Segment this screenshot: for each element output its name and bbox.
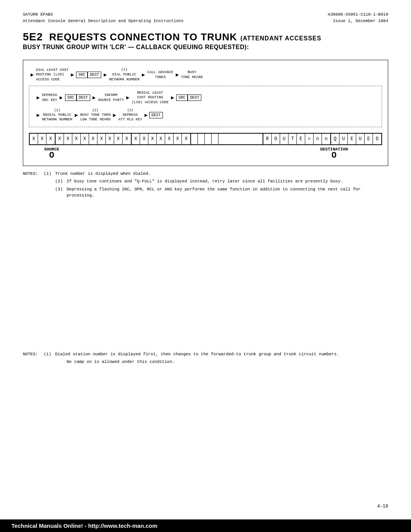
display-cell-e2: E [348, 134, 356, 144]
display-cell-blank [191, 134, 198, 144]
note-text-3: Depressing a flashing INC, OPR, RCL or A… [67, 186, 388, 199]
step-num-1: (1) [121, 68, 127, 72]
display-group-2: X X X X X X X X X [56, 134, 132, 144]
title-section: 5E2 REQUESTS CONNECTION TO TRUNK (ATTEND… [23, 31, 388, 51]
note-text-1: Trunk number is displayed when dialed. [55, 171, 151, 177]
display-cell-n2: n [322, 134, 330, 144]
flow-item-redial-lcr: REDIAL LEASTCOST ROUTING(LCR) ACCESS COD… [132, 91, 169, 105]
display-cell-blank [212, 134, 218, 144]
header-left: SATURN EPABX Attendant Console General D… [23, 11, 183, 24]
display-cell-q: Q [331, 134, 339, 144]
display-cell-d: D [373, 134, 381, 144]
footer-text: Technical Manuals Online! - http://www.t… [11, 522, 157, 529]
display-cell: X [114, 134, 123, 144]
display-cell: X [148, 134, 157, 144]
display-cell-e3: E [365, 134, 373, 144]
src-box-2: SRC [65, 94, 76, 101]
display-cell-ue2: U [356, 134, 365, 144]
display-cell: X [174, 134, 182, 144]
arrow-row2-start: ► [37, 95, 40, 101]
depress-att-label: DEPRESSATT RLS KEY [118, 113, 142, 122]
dest-box-row3: DEST [149, 112, 163, 118]
page-number: 4-19 [377, 504, 388, 509]
display-cell: X [182, 134, 190, 144]
display-cell: X [46, 134, 55, 144]
display-cell: X [72, 134, 81, 144]
header-issue: Issue 1, December 1984 [328, 18, 388, 24]
display-cell-t: T [288, 134, 297, 144]
dest-box-3: DEST [188, 94, 201, 101]
note-num-2: (2) [55, 178, 67, 185]
display-cell-u: U [280, 134, 288, 144]
dial-lcr-label: DIAL LEAST COSTROUTING (LCR)ACCESS CODE [36, 68, 68, 82]
src-box-1: SRC [76, 72, 88, 78]
arrow-row2-3: ► [126, 95, 129, 101]
note-row-1: NOTES: (1) Trunk number is displayed whe… [23, 171, 388, 177]
title-main: REQUESTS CONNECTION TO TRUNK [49, 31, 237, 43]
display-cell-o: O [272, 134, 280, 144]
display-cell-r: R [263, 134, 272, 144]
title-qualifier: (ATTENDANT ACCESSES [241, 35, 322, 42]
note2-text-1: Dialed station number is displayed first… [55, 351, 339, 358]
display-cell-n1: n [314, 134, 322, 144]
notes-section-2: NOTES: (1) Dialed station number is disp… [23, 351, 388, 365]
arrow-start: ► [30, 72, 33, 78]
display-cell-blank [205, 134, 212, 144]
display-group-1: X X X [30, 134, 56, 144]
step-num-row3-3: (3) [127, 109, 133, 112]
source-o: O [44, 152, 59, 160]
src-box-3: SRC [176, 94, 188, 101]
display-group-route: R O U T E = n n [263, 134, 331, 144]
arrow-1: ► [71, 72, 74, 78]
section-number: 5E2 [23, 31, 43, 43]
display-group-queued: Q U E U E D [331, 134, 381, 144]
arrow-4: ► [175, 72, 178, 78]
flow-item-depress-src: DEPRESSSRC KEY [42, 93, 57, 102]
flow-item-dial-lcr: DIAL LEAST COSTROUTING (LCR)ACCESS CODE [36, 68, 68, 82]
flow-item-call-advance: CALL ADVANCETONES [147, 70, 173, 80]
arrow-row3-1: ► [75, 112, 78, 118]
display-cell: X [106, 134, 114, 144]
note2-row-1: NOTES: (1) Dialed station number is disp… [23, 351, 388, 358]
diagram-area: ► DIAL LEAST COSTROUTING (LCR)ACCESS COD… [23, 60, 388, 166]
display-cell: X [30, 134, 38, 144]
notes-label: NOTES: [23, 171, 44, 177]
display-cell: X [97, 134, 106, 144]
note-num-3: (3) [55, 186, 67, 193]
display-cell: X [56, 134, 64, 144]
step-num-row3-2: (2) [92, 109, 98, 112]
display-cell: X [64, 134, 72, 144]
footer: Technical Manuals Online! - http://www.t… [0, 519, 411, 532]
title-subtitle: BUSY TRUNK GROUP WITH 'LCR' — CALLBACK Q… [23, 44, 388, 51]
inform-label: INFORMSOURCE PARTY [98, 93, 124, 102]
display-cell: X [89, 134, 97, 144]
display-cell-e: E [297, 134, 305, 144]
display-cell-blank [198, 134, 205, 144]
arrow-3: ► [142, 72, 145, 78]
destination-group: DESTINATION O [320, 147, 348, 160]
dial-public-label: DIAL PUBLICNETWORK NUMBER [109, 72, 140, 82]
note2-text-2: No camp on is allowed under this conditi… [67, 359, 175, 365]
call-advance-label: CALL ADVANCETONES [147, 70, 173, 80]
header-doc-number: A30808-X5051-C110-1-B919 [328, 11, 388, 18]
header-right: A30808-X5051-C110-1-B919 Issue 1, Decemb… [328, 11, 388, 24]
display-cell-blank [218, 134, 225, 144]
flow-item-dial-public: (1) DIAL PUBLICNETWORK NUMBER [109, 68, 140, 82]
header-company: SATURN EPABX [23, 11, 183, 18]
source-group: SOURCE O [44, 147, 59, 160]
flow-item-src-dest-1: SRC DEST [76, 72, 101, 78]
destination-o: O [320, 152, 348, 160]
step-num-row3-1: (1) [54, 109, 60, 112]
dest-box-1: DEST [88, 72, 101, 78]
display-cell: X [132, 134, 140, 144]
notes2-label: NOTES: [23, 351, 44, 358]
arrow-row2-1: ► [59, 95, 62, 101]
arrow-row3-3: ► [145, 112, 148, 118]
flow-item-busy-tone-low: (2) BUSY TONE THENLOW TONE HEARD [80, 109, 111, 122]
display-cell-eq: = [305, 134, 314, 144]
display-cell: X [81, 134, 89, 144]
arrow-row3-2: ► [113, 112, 116, 118]
dest-box-2: DEST [76, 94, 90, 101]
header: SATURN EPABX Attendant Console General D… [23, 11, 388, 24]
depress-src-label: DEPRESSSRC KEY [42, 93, 57, 102]
